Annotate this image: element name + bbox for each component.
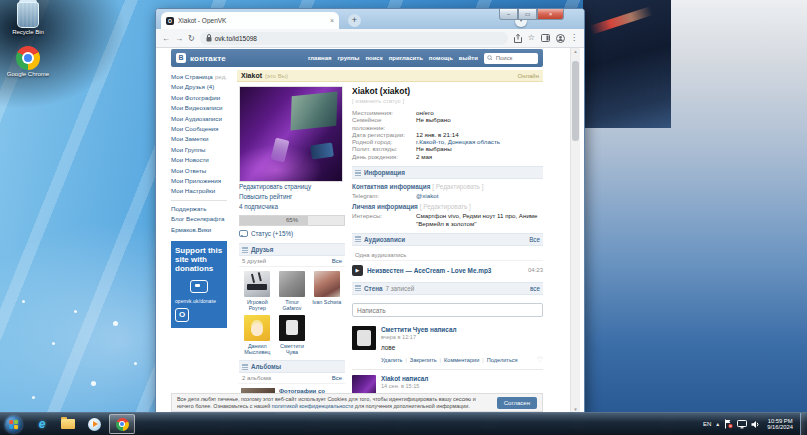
page-scrollbar[interactable]: ▲ ▼	[570, 48, 580, 414]
menu-dots-icon[interactable]: ⋮	[570, 33, 578, 43]
maximize-button[interactable]: ▭	[518, 9, 537, 20]
sidebar-item-answers[interactable]: Мои Ответы	[171, 166, 227, 176]
cookie-accept-button[interactable]: Согласен	[497, 397, 537, 409]
hidden-icons-arrow-icon[interactable]: ▲	[715, 421, 720, 427]
post-delete-link[interactable]: Удалить	[381, 357, 402, 363]
sidebar-item-news[interactable]: Мои Новости	[171, 155, 227, 165]
sidebar-item-my-page[interactable]: Моя Страница ред.	[171, 72, 227, 82]
profile-right-column: Xiakot (xiakot) [ изменить статус ] Мест…	[352, 86, 543, 414]
taskbar-clock[interactable]: 10:59 PM 9/16/2024	[764, 418, 796, 431]
audio-track-row[interactable]: ▶ Неизвестен — AceCream - Love Me.mp3 04…	[352, 265, 543, 276]
taskbar-internet-explorer[interactable]: e	[30, 414, 54, 434]
profile-avatar-icon[interactable]	[555, 32, 565, 44]
post-author-link[interactable]: Xiakot написал	[381, 375, 543, 382]
new-tab-button[interactable]: +	[348, 14, 361, 27]
wall-composer-input[interactable]	[352, 303, 543, 317]
close-button[interactable]: ×	[537, 9, 564, 20]
nav-priglasit[interactable]: пригласить	[389, 55, 423, 61]
sidebar-link-blog[interactable]: Блог Веселкрафта	[171, 214, 227, 224]
like-heart-icon[interactable]: ♡	[537, 356, 543, 364]
post-author-link[interactable]: Сметтити Чуев написал	[381, 326, 543, 333]
friend-item[interactable]: Ivan Schwia	[310, 271, 343, 311]
sidebar-item-apps[interactable]: Мои Приложения	[171, 176, 227, 186]
sidebar-link-support[interactable]: Поддержать	[171, 204, 227, 214]
subscribers-link[interactable]: 4 подписчика	[239, 202, 345, 212]
taskbar-media-player[interactable]	[82, 414, 106, 434]
sidebar-link-wiki[interactable]: Ермаков.Вики	[171, 225, 227, 235]
sidebar-item-settings[interactable]: Мои Настройки	[171, 186, 227, 196]
network-icon[interactable]	[737, 420, 747, 429]
sidebar-item-audios[interactable]: Мои Аудиозаписи	[171, 114, 227, 124]
telegram-link[interactable]: @xiakot	[416, 192, 438, 199]
side-panel-icon[interactable]	[540, 32, 550, 44]
sidebar-item-videos[interactable]: Мои Видеозаписи	[171, 103, 227, 113]
vk-search-box[interactable]	[484, 53, 538, 64]
edit-personal-link[interactable]: [ Редактировать ]	[420, 203, 471, 210]
browser-tab[interactable]: O Xiakot - OpenVK ×	[161, 12, 339, 29]
nav-glavnaya[interactable]: главная	[308, 55, 332, 61]
start-button[interactable]	[5, 416, 22, 433]
albums-all-link[interactable]: Все	[332, 375, 342, 381]
scrollbar-thumb[interactable]	[572, 61, 579, 141]
sidebar-item-groups[interactable]: Мои Группы	[171, 145, 227, 155]
status-link[interactable]: Статус (+15%)	[239, 230, 345, 237]
taskbar-explorer[interactable]	[56, 414, 80, 434]
privacy-policy-link[interactable]: политикой конфиденциальности	[272, 403, 354, 409]
post-share-link[interactable]: Поделиться	[479, 357, 517, 363]
friends-count-row: 5 друзей Все	[239, 256, 345, 267]
taskbar-chrome-active[interactable]	[109, 414, 135, 434]
desktop-icon-google-chrome[interactable]: Google Chrome	[4, 46, 52, 78]
nav-gruppy[interactable]: группы	[338, 55, 360, 61]
post-time[interactable]: 14 сен. в 15:15	[381, 383, 543, 389]
vk-search-input[interactable]	[494, 54, 535, 62]
sidebar-item-messages[interactable]: Мои Сообщения	[171, 124, 227, 134]
language-indicator[interactable]: EN	[703, 421, 711, 427]
friend-item[interactable]: Даниил Мысливец	[241, 315, 274, 355]
sidebar-item-photos[interactable]: Мои Фотографии	[171, 93, 227, 103]
audio-all-link[interactable]: Все	[529, 236, 540, 243]
reload-icon[interactable]: ↻	[188, 34, 195, 43]
minimize-button[interactable]: –	[499, 9, 518, 20]
friends-all-link[interactable]: Все	[332, 258, 342, 264]
folder-icon	[61, 419, 75, 429]
share-icon[interactable]	[513, 32, 523, 44]
wall-all-link[interactable]: все	[530, 285, 540, 292]
vk-logo-text[interactable]: контакте	[190, 54, 226, 63]
sidebar-item-friends[interactable]: Мои Друзья (4)	[171, 82, 227, 92]
post-pin-link[interactable]: Закрепить	[402, 357, 436, 363]
bookmark-star-icon[interactable]: ☆	[528, 33, 535, 43]
post-comments-link[interactable]: Комментарии	[437, 357, 480, 363]
info-row: Полит. взгляды:Не выбраны	[352, 145, 543, 152]
donation-banner[interactable]: Support this site with donations openvk.…	[171, 241, 227, 328]
nav-pomosch[interactable]: помощь	[429, 55, 453, 61]
edit-shortcut[interactable]: ред.	[215, 72, 227, 82]
hometown-link[interactable]: г.Какой-то, Донецкая область	[416, 138, 500, 145]
friend-item[interactable]: Сметтити Чува	[276, 315, 309, 355]
volume-icon[interactable]	[751, 420, 760, 429]
friend-item[interactable]: Игровой Роутер	[241, 271, 274, 311]
taskbar: e EN ▲ 10:59 PM 9/16/2024	[0, 412, 807, 435]
change-status-link[interactable]: [ изменить статус ]	[352, 98, 543, 104]
nav-vyiti[interactable]: выйти	[459, 55, 478, 61]
post-body: Сметтити Чуев написал вчера в 12:17 лове…	[381, 326, 543, 364]
url-bar[interactable]: ovk.to/id15098	[200, 32, 508, 45]
post-author-avatar[interactable]	[352, 326, 376, 350]
post-time[interactable]: вчера в 12:17	[381, 334, 543, 340]
edit-contact-link[interactable]: [ Редактировать ]	[432, 183, 483, 190]
vk-logo-icon[interactable]: В	[176, 53, 186, 63]
sidebar-item-notes[interactable]: Мои Заметки	[171, 134, 227, 144]
show-desktop-button[interactable]	[800, 413, 807, 435]
friend-item[interactable]: Timur Gafarov	[276, 271, 309, 311]
tab-close-icon[interactable]: ×	[330, 17, 334, 24]
action-center-flag-icon[interactable]	[724, 419, 733, 429]
forward-icon[interactable]: →	[175, 34, 183, 43]
desktop-icon-recycle-bin[interactable]: Recycle Bin	[4, 2, 52, 36]
edit-page-link[interactable]: Редактировать страницу	[239, 182, 345, 192]
profile-avatar-photo[interactable]	[239, 86, 343, 182]
nav-poisk[interactable]: поиск	[365, 55, 382, 61]
scroll-up-arrow[interactable]: ▲	[571, 48, 580, 56]
tab-title: Xiakot - OpenVK	[178, 17, 326, 24]
raise-rating-link[interactable]: Повысить рейтинг	[239, 192, 345, 202]
back-icon[interactable]: ←	[162, 34, 170, 43]
play-icon[interactable]: ▶	[352, 265, 363, 276]
